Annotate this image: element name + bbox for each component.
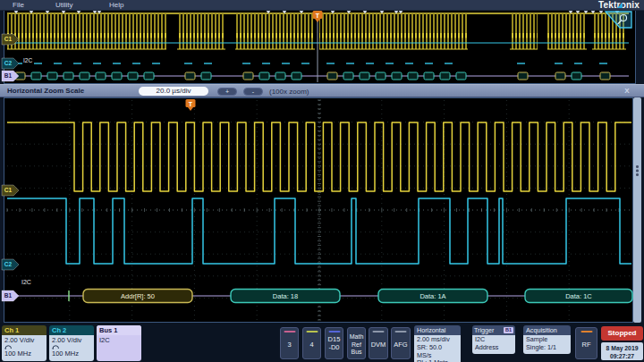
rf-button[interactable]: RF xyxy=(575,327,597,359)
oscilloscope-screen: File Utility Help Tektronix Horizontal Z… xyxy=(0,0,644,362)
channel3-color-bar xyxy=(284,331,295,333)
channel3-button[interactable]: 3 xyxy=(280,327,299,359)
time-value: 09:27:27 xyxy=(601,352,643,360)
zoom-factor-label: (100x zoom) xyxy=(269,88,309,96)
digital-color-bar xyxy=(328,331,340,333)
sample-rate: SR: 50.0 MS/s xyxy=(417,344,458,360)
channel2-name: Ch 2 xyxy=(49,325,94,335)
bus1-type: I2C xyxy=(99,336,110,344)
zoom-close-button[interactable]: X xyxy=(621,87,633,95)
run-status-badge[interactable]: Stopped xyxy=(601,326,643,341)
digital-channels-button[interactable]: D15-D0 xyxy=(325,327,343,359)
channel2-bandwidth: 100 MHz xyxy=(52,349,79,358)
overview-panel[interactable] xyxy=(4,10,636,84)
side-drawer-handle[interactable] xyxy=(633,97,641,323)
horizontal-settings-badge[interactable]: Horizontal 2.00 ms/div SR: 50.0 MS/s RL:… xyxy=(414,325,461,362)
channel1-name: Ch 1 xyxy=(2,325,47,335)
dvm-button[interactable]: DVM xyxy=(369,327,388,359)
bus1-badge[interactable]: Bus 1 I2C xyxy=(97,325,141,361)
channel1-scale: 2.00 V/div xyxy=(4,336,34,344)
channel4-color-bar xyxy=(306,331,318,333)
menu-item-utility[interactable]: Utility xyxy=(55,1,73,9)
drag-dots-icon xyxy=(636,165,639,168)
bottom-status-bar: Ch 1 2.00 V/div 100 MHz Ch 2 2.00 V/div … xyxy=(0,323,644,362)
zoom-view-panel[interactable] xyxy=(4,97,633,323)
channel1-badge[interactable]: Ch 1 2.00 V/div 100 MHz xyxy=(2,325,47,361)
bus1-name: Bus 1 xyxy=(97,325,141,335)
trigger-title: Trigger xyxy=(474,326,495,334)
horizontal-zoom-scale-bar: Horizontal Zoom Scale 20.0 µs/div + - (1… xyxy=(0,84,644,97)
menu-item-help[interactable]: Help xyxy=(109,1,123,9)
trigger-condition: Address xyxy=(475,344,513,352)
zoom-out-button[interactable]: - xyxy=(243,88,263,96)
channel2-badge[interactable]: Ch 2 2.00 V/div 100 MHz xyxy=(49,325,94,361)
channel2-scale: 2.00 V/div xyxy=(52,336,81,344)
afg-color-bar xyxy=(395,331,407,333)
dvm-color-bar xyxy=(373,331,385,333)
acquisition-title: Acquisition xyxy=(523,325,571,335)
date-value: 8 May 2019 xyxy=(601,344,643,352)
channel1-bandwidth: 100 MHz xyxy=(4,349,31,358)
menu-item-file[interactable]: File xyxy=(13,1,24,9)
rf-color-bar xyxy=(580,331,592,333)
acquisition-settings-badge[interactable]: Acquisition Sample Single: 1/1 xyxy=(523,325,571,354)
afg-button[interactable]: AFG xyxy=(391,327,411,359)
tektronix-logo: Tektronix xyxy=(598,0,640,10)
acquisition-count: Single: 1/1 xyxy=(526,344,568,352)
horizontal-title: Horizontal xyxy=(414,325,461,335)
math-ref-bus-button[interactable]: MathRefBus xyxy=(347,327,366,359)
trigger-source-icon: B1 xyxy=(504,327,513,333)
channel4-button[interactable]: 4 xyxy=(302,327,321,359)
date-time-display: 8 May 2019 09:27:27 xyxy=(601,342,643,360)
zoom-scale-value[interactable]: 20.0 µs/div xyxy=(139,87,208,97)
zoom-scale-title: Horizontal Zoom Scale xyxy=(7,87,84,95)
trigger-settings-badge[interactable]: Trigger B1 I2C Address xyxy=(472,325,515,354)
menu-bar: File Utility Help Tektronix xyxy=(0,0,644,11)
zoom-in-button[interactable]: + xyxy=(217,88,237,96)
